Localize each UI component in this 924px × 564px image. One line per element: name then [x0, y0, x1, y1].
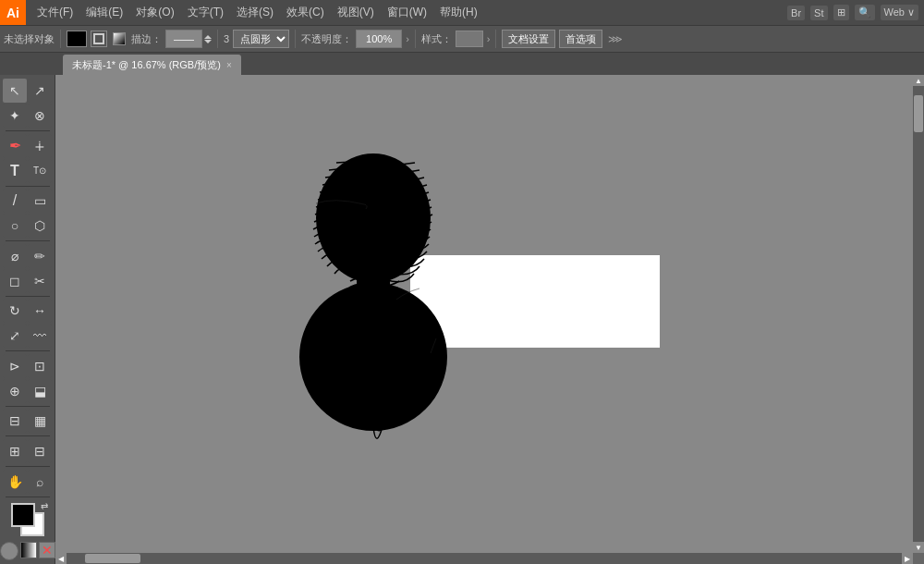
search-icon[interactable]: 🔍 [855, 5, 875, 20]
menu-type[interactable]: 文字(T) [182, 3, 229, 22]
menu-view[interactable]: 视图(V) [332, 3, 380, 22]
scale-tool[interactable]: ⤢ [3, 324, 27, 348]
pencil-tool[interactable]: ✏ [28, 244, 52, 268]
fill-color-box[interactable] [67, 31, 87, 47]
stroke-up-arrow[interactable] [204, 35, 212, 39]
art-container [253, 135, 715, 505]
tab-row: 未标题-1* @ 16.67% (RGB/预览) × [0, 53, 924, 75]
canvas-area[interactable]: ▲ ▼ ◀ ▶ [55, 75, 924, 564]
opacity-arrow[interactable]: › [406, 33, 409, 44]
magic-wand-tool[interactable]: ✦ [3, 104, 27, 128]
tool-sep-5 [6, 350, 50, 351]
touch-type-tool[interactable]: T⊙ [28, 159, 52, 183]
scroll-thumb-v[interactable] [914, 95, 923, 132]
none-mode-btn[interactable]: ✕ [39, 542, 55, 558]
zoom-tool[interactable]: ⌕ [28, 470, 52, 494]
rotate-tool[interactable]: ↻ [3, 299, 27, 323]
toolbar-divider-5 [495, 30, 496, 48]
toolbar-divider-2 [217, 30, 218, 48]
style-arrow[interactable]: › [487, 33, 491, 44]
toolbar-divider-4 [415, 30, 416, 48]
reflect-tool[interactable]: ↔ [28, 299, 52, 323]
line-tool[interactable]: / [3, 189, 27, 213]
brush-tool[interactable]: ⌀ [3, 244, 27, 268]
stroke-spinner[interactable] [165, 30, 212, 48]
style-box[interactable] [456, 31, 483, 47]
swap-colors-icon[interactable]: ⇄ [41, 501, 48, 511]
stroke-down-arrow[interactable] [204, 40, 212, 43]
scroll-left-btn[interactable]: ◀ [55, 553, 67, 564]
mode-row: ✕ [0, 542, 55, 560]
menu-edit[interactable]: 编辑(E) [80, 3, 128, 22]
warp-tool[interactable]: 〰 [28, 324, 52, 348]
color-mode-btn[interactable] [0, 542, 18, 560]
menu-file[interactable]: 文件(F) [31, 3, 79, 22]
eraser-tool[interactable]: ◻ [3, 269, 27, 293]
scroll-thumb-h[interactable] [85, 554, 140, 563]
tools-panel: ↖ ↗ ✦ ⊗ ✒ ∔ T T⊙ / ▭ ○ ⬡ ⌀ ✏ ◻ [0, 75, 55, 564]
pen-tool[interactable]: ✒ [3, 134, 27, 158]
polygon-tool[interactable]: ⬡ [28, 214, 52, 238]
artboard-tool[interactable]: ⊞ [3, 439, 27, 463]
point-label: 3 [224, 33, 229, 44]
width-tool[interactable]: ⊳ [3, 354, 27, 378]
tool-row-8: ◻ ✂ [3, 269, 52, 293]
lasso-tool[interactable]: ⊗ [28, 104, 52, 128]
scroll-right-btn[interactable]: ▶ [902, 553, 913, 564]
gradient-mode-btn[interactable] [20, 542, 37, 558]
scissors-tool[interactable]: ✂ [28, 269, 52, 293]
doc-tab-close[interactable]: × [226, 60, 232, 70]
doc-settings-btn[interactable]: 文档设置 [502, 30, 555, 48]
workspace-icon[interactable]: ⊞ [833, 5, 849, 20]
web-label[interactable]: Web ∨ [881, 5, 918, 20]
scroll-up-btn[interactable]: ▲ [913, 75, 924, 86]
svg-rect-3 [281, 135, 466, 449]
shape-select[interactable]: 点圆形 [233, 30, 289, 48]
hand-tool[interactable]: ✋ [3, 470, 27, 494]
opacity-label: 不透明度： [301, 32, 352, 46]
opacity-input[interactable] [356, 30, 402, 48]
rect-tool[interactable]: ▭ [28, 189, 52, 213]
tool-row-1: ↖ ↗ [3, 79, 52, 103]
free-transform-tool[interactable]: ⊡ [28, 354, 52, 378]
graph-tool[interactable]: ⊟ [3, 409, 27, 433]
type-tool[interactable]: T [3, 159, 27, 183]
doc-tab[interactable]: 未标题-1* @ 16.67% (RGB/预览) × [63, 55, 241, 75]
add-anchor-tool[interactable]: ∔ [28, 134, 52, 158]
direct-select-tool[interactable]: ↗ [28, 79, 52, 103]
stock-icon[interactable]: St [810, 6, 827, 20]
shape-builder-tool[interactable]: ⊕ [3, 379, 27, 403]
canvas-content [55, 75, 913, 564]
tool-row-4: T T⊙ [3, 159, 52, 183]
stroke-indicator[interactable] [91, 31, 107, 47]
stroke-arrows[interactable] [204, 35, 212, 43]
scroll-down-btn[interactable]: ▼ [913, 542, 924, 553]
ellipse-tool[interactable]: ○ [3, 214, 27, 238]
arrow-tool[interactable]: ↖ [3, 79, 27, 103]
menu-bar: 文件(F) 编辑(E) 对象(O) 文字(T) 选择(S) 效果(C) 视图(V… [31, 3, 782, 22]
menu-window[interactable]: 窗口(W) [382, 3, 432, 22]
foreground-color[interactable] [11, 503, 35, 527]
toolbar-divider-1 [60, 30, 61, 48]
menu-object[interactable]: 对象(O) [130, 3, 179, 22]
menu-help[interactable]: 帮助(H) [434, 3, 483, 22]
live-paint-tool[interactable]: ⬓ [28, 379, 52, 403]
vertical-scrollbar[interactable]: ▲ ▼ [913, 75, 924, 553]
slice-tool[interactable]: ⊟ [28, 439, 52, 463]
horizontal-scrollbar[interactable]: ◀ ▶ [55, 553, 913, 564]
menu-effect[interactable]: 效果(C) [281, 3, 330, 22]
right-title-icons: Br St ⊞ 🔍 Web ∨ [787, 5, 918, 20]
tool-row-3: ✒ ∔ [3, 134, 52, 158]
bridge-icon[interactable]: Br [787, 6, 805, 20]
column-graph-tool[interactable]: ▦ [28, 409, 52, 433]
menu-select[interactable]: 选择(S) [231, 3, 279, 22]
tool-sep-3 [6, 240, 50, 241]
tool-sep-4 [6, 296, 50, 297]
ai-logo: Ai [0, 0, 26, 25]
tool-row-15: ✋ ⌕ [3, 470, 52, 494]
more-btn[interactable]: ⋙ [608, 33, 623, 45]
stroke-value[interactable] [165, 30, 202, 48]
preferences-btn[interactable]: 首选项 [559, 30, 602, 48]
tool-row-6: ○ ⬡ [3, 214, 52, 238]
tool-row-14: ⊞ ⊟ [3, 439, 52, 463]
